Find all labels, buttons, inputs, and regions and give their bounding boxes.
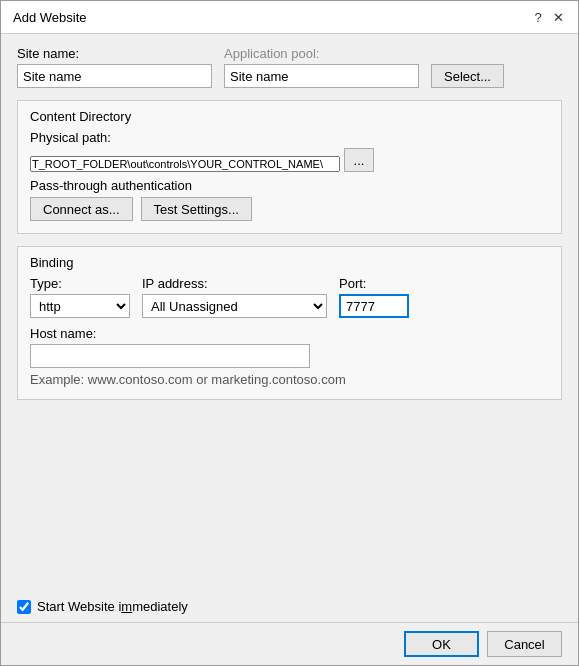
help-button[interactable]: ? <box>530 9 546 25</box>
add-website-dialog: Add Website ? ✕ Site name: Application p… <box>0 0 579 666</box>
physical-path-input[interactable] <box>30 156 340 172</box>
close-button[interactable]: ✕ <box>550 9 566 25</box>
site-apppool-row: Site name: Application pool: Select... <box>17 46 562 88</box>
start-website-checkbox[interactable] <box>17 600 31 614</box>
example-text-content: Example: www.contoso.com or marketing.co… <box>30 372 346 387</box>
cancel-button[interactable]: Cancel <box>487 631 562 657</box>
checkbox-row: Start Website immediately <box>1 591 578 622</box>
type-label: Type: <box>30 276 130 291</box>
content-directory-section: Content Directory Physical path: ... Pas… <box>17 100 562 234</box>
ip-select[interactable]: All Unassigned <box>142 294 327 318</box>
dialog-footer: OK Cancel <box>1 622 578 665</box>
site-name-label: Site name: <box>17 46 212 61</box>
physical-path-row: ... <box>30 148 549 172</box>
binding-main-row: Type: http https IP address: All Unassig… <box>30 276 549 318</box>
app-pool-label: Application pool: <box>224 46 419 61</box>
pass-through-label: Pass-through authentication <box>30 178 549 193</box>
title-bar: Add Website ? ✕ <box>1 1 578 34</box>
port-label: Port: <box>339 276 409 291</box>
content-directory-title: Content Directory <box>30 109 549 124</box>
port-group: Port: <box>339 276 409 318</box>
host-name-group: Host name: <box>30 326 549 368</box>
test-settings-button[interactable]: Test Settings... <box>141 197 252 221</box>
browse-button[interactable]: ... <box>344 148 374 172</box>
binding-section: Binding Type: http https IP address: All… <box>17 246 562 400</box>
start-website-label: Start Website immediately <box>37 599 188 614</box>
spacer <box>17 408 562 579</box>
site-name-group: Site name: <box>17 46 212 88</box>
dialog-content: Site name: Application pool: Select... C… <box>1 34 578 591</box>
app-pool-group: Application pool: <box>224 46 419 88</box>
type-select[interactable]: http https <box>30 294 130 318</box>
connect-as-button[interactable]: Connect as... <box>30 197 133 221</box>
binding-title: Binding <box>30 255 549 270</box>
ip-group: IP address: All Unassigned <box>142 276 327 318</box>
title-controls: ? ✕ <box>530 9 566 25</box>
type-group: Type: http https <box>30 276 130 318</box>
dialog-title: Add Website <box>13 10 86 25</box>
host-name-label: Host name: <box>30 326 549 341</box>
ip-label: IP address: <box>142 276 327 291</box>
app-pool-input[interactable] <box>224 64 419 88</box>
example-text: Example: www.contoso.com or marketing.co… <box>30 372 549 387</box>
physical-path-label: Physical path: <box>30 130 549 145</box>
port-input[interactable] <box>339 294 409 318</box>
host-name-input[interactable] <box>30 344 310 368</box>
ok-button[interactable]: OK <box>404 631 479 657</box>
select-button[interactable]: Select... <box>431 64 504 88</box>
auth-buttons: Connect as... Test Settings... <box>30 197 549 221</box>
site-name-input[interactable] <box>17 64 212 88</box>
